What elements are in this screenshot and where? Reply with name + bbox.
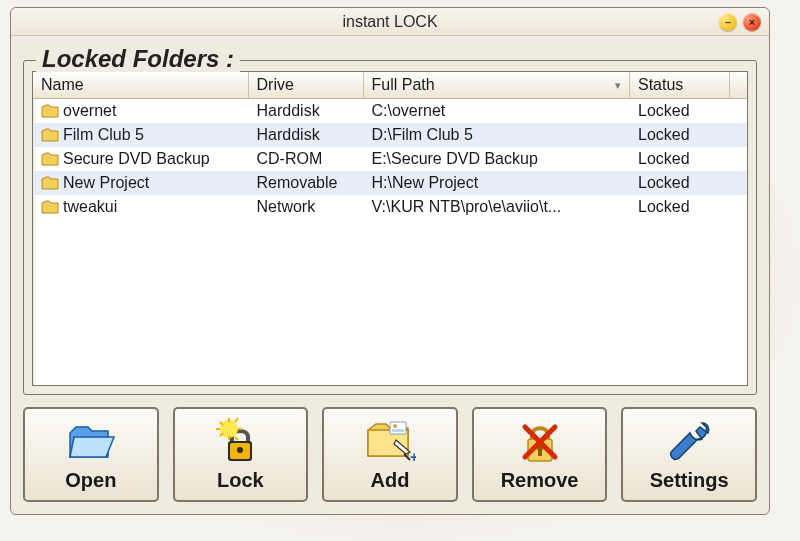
svg-point-3 xyxy=(220,420,238,438)
cell-drive: CD-ROM xyxy=(248,147,363,171)
open-button-label: Open xyxy=(65,469,116,492)
group-title: Locked Folders : xyxy=(36,45,240,73)
close-icon[interactable]: × xyxy=(743,13,761,31)
remove-button-label: Remove xyxy=(501,469,579,492)
svg-line-10 xyxy=(235,418,238,422)
cell-path: D:\Film Club 5 xyxy=(363,123,630,147)
table-row[interactable]: Film Club 5HarddiskD:\Film Club 5Locked xyxy=(33,123,747,147)
folder-icon xyxy=(41,152,59,166)
column-header-drive[interactable]: Drive xyxy=(248,72,363,99)
svg-point-2 xyxy=(237,447,243,453)
wrench-icon xyxy=(663,417,715,465)
cell-status: Locked xyxy=(630,99,730,124)
cell-drive: Harddisk xyxy=(248,99,363,124)
svg-line-9 xyxy=(235,437,238,440)
open-folder-icon xyxy=(65,417,117,465)
add-button[interactable]: + Add xyxy=(322,407,458,502)
cell-drive: Network xyxy=(248,195,363,219)
table-row[interactable]: New ProjectRemovableH:\New ProjectLocked xyxy=(33,171,747,195)
cell-path: H:\New Project xyxy=(363,171,630,195)
cell-status: Locked xyxy=(630,171,730,195)
cell-status: Locked xyxy=(630,147,730,171)
cell-drive: Harddisk xyxy=(248,123,363,147)
lock-icon xyxy=(214,417,266,465)
cell-path: E:\Secure DVD Backup xyxy=(363,147,630,171)
table-row[interactable]: Secure DVD BackupCD-ROME:\Secure DVD Bac… xyxy=(33,147,747,171)
cell-status: Locked xyxy=(630,195,730,219)
svg-line-11 xyxy=(220,433,223,436)
folder-icon xyxy=(41,104,59,118)
cell-path: C:\overnet xyxy=(363,99,630,124)
column-header-spacer xyxy=(730,72,747,99)
settings-button-label: Settings xyxy=(650,469,729,492)
cell-name: Secure DVD Backup xyxy=(63,150,210,168)
sort-descending-icon: ▾ xyxy=(615,79,621,92)
cell-drive: Removable xyxy=(248,171,363,195)
cell-status: Locked xyxy=(630,123,730,147)
cell-name: tweakui xyxy=(63,198,117,216)
add-folder-icon: + xyxy=(364,417,416,465)
table-row[interactable]: overnetHarddiskC:\overnetLocked xyxy=(33,99,747,124)
folder-icon xyxy=(41,200,59,214)
column-header-fullpath[interactable]: Full Path ▾ xyxy=(363,72,630,99)
column-header-fullpath-label: Full Path xyxy=(372,76,435,93)
folder-table[interactable]: Name Drive Full Path ▾ Status overnetHar… xyxy=(32,71,748,386)
cell-name: Film Club 5 xyxy=(63,126,144,144)
locked-folders-group: Locked Folders : Name Drive xyxy=(23,60,757,395)
table-header-row: Name Drive Full Path ▾ Status xyxy=(33,72,747,99)
app-window: instant LOCK – × Locked Folders : xyxy=(10,7,770,515)
folder-icon xyxy=(41,176,59,190)
lock-button[interactable]: Lock xyxy=(173,407,309,502)
table-row[interactable]: tweakuiNetworkV:\KUR NTB\pro\e\aviio\t..… xyxy=(33,195,747,219)
cell-name: overnet xyxy=(63,102,116,120)
cell-path: V:\KUR NTB\pro\e\aviio\t... xyxy=(363,195,630,219)
lock-button-label: Lock xyxy=(217,469,264,492)
add-button-label: Add xyxy=(371,469,410,492)
svg-rect-14 xyxy=(392,429,404,432)
settings-button[interactable]: Settings xyxy=(621,407,757,502)
cell-name: New Project xyxy=(63,174,149,192)
remove-lock-icon xyxy=(514,417,566,465)
svg-line-8 xyxy=(220,422,223,425)
open-button[interactable]: Open xyxy=(23,407,159,502)
column-header-name[interactable]: Name xyxy=(33,72,248,99)
window-title: instant LOCK xyxy=(11,13,769,31)
minimize-icon[interactable]: – xyxy=(719,13,737,31)
remove-button[interactable]: Remove xyxy=(472,407,608,502)
svg-point-13 xyxy=(393,424,397,428)
svg-text:+: + xyxy=(410,449,416,464)
column-header-status[interactable]: Status xyxy=(630,72,730,99)
svg-rect-18 xyxy=(538,448,542,456)
toolbar: Open xyxy=(23,407,757,502)
folder-icon xyxy=(41,128,59,142)
svg-rect-12 xyxy=(390,422,406,434)
titlebar[interactable]: instant LOCK – × xyxy=(11,8,769,36)
